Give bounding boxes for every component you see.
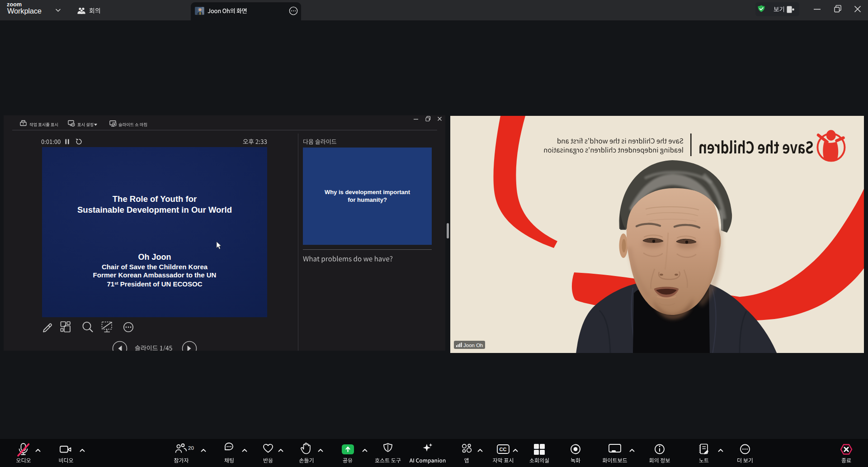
svg-text:CC: CC bbox=[500, 447, 507, 452]
svg-text:20: 20 bbox=[188, 445, 194, 451]
